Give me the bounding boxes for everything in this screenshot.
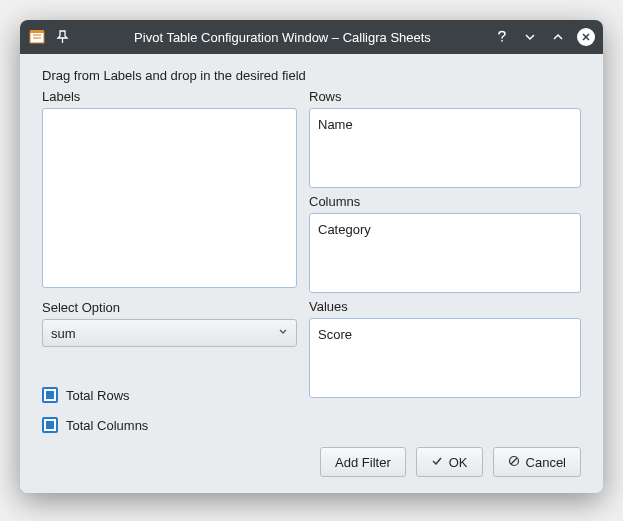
columns-label: Columns — [309, 194, 581, 209]
app-icon — [28, 28, 46, 46]
rows-listbox[interactable]: Name — [309, 108, 581, 188]
total-columns-checkbox[interactable] — [42, 417, 58, 433]
svg-line-5 — [511, 458, 517, 464]
cancel-label: Cancel — [526, 455, 566, 470]
labels-label: Labels — [42, 89, 297, 104]
list-item[interactable]: Name — [318, 115, 572, 136]
values-listbox[interactable]: Score — [309, 318, 581, 398]
minimize-icon[interactable] — [521, 28, 539, 46]
window-title: Pivot Table Configuration Window – Calli… — [72, 30, 493, 45]
select-option-label: Select Option — [42, 300, 297, 315]
total-rows-checkbox[interactable] — [42, 387, 58, 403]
help-icon[interactable] — [493, 28, 511, 46]
pin-icon[interactable] — [54, 28, 72, 46]
check-icon — [431, 455, 443, 470]
columns-listbox[interactable]: Category — [309, 213, 581, 293]
ok-button[interactable]: OK — [416, 447, 483, 477]
add-filter-button[interactable]: Add Filter — [320, 447, 406, 477]
list-item[interactable]: Category — [318, 220, 572, 241]
titlebar[interactable]: Pivot Table Configuration Window – Calli… — [20, 20, 603, 54]
close-icon[interactable] — [577, 28, 595, 46]
dialog-content: Drag from Labels and drop in the desired… — [20, 54, 603, 493]
total-columns-label: Total Columns — [66, 418, 148, 433]
list-item[interactable]: Score — [318, 325, 572, 346]
select-option-value: sum — [51, 326, 76, 341]
values-label: Values — [309, 299, 581, 314]
maximize-icon[interactable] — [549, 28, 567, 46]
instruction-text: Drag from Labels and drop in the desired… — [42, 68, 581, 83]
select-option-dropdown[interactable]: sum — [42, 319, 297, 347]
rows-label: Rows — [309, 89, 581, 104]
dialog-window: Pivot Table Configuration Window – Calli… — [20, 20, 603, 493]
total-rows-label: Total Rows — [66, 388, 130, 403]
labels-listbox[interactable] — [42, 108, 297, 288]
svg-rect-1 — [30, 30, 44, 33]
cancel-icon — [508, 455, 520, 470]
cancel-button[interactable]: Cancel — [493, 447, 581, 477]
add-filter-label: Add Filter — [335, 455, 391, 470]
ok-label: OK — [449, 455, 468, 470]
